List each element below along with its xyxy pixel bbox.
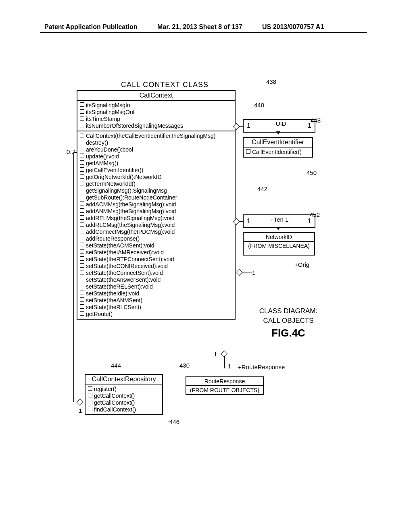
uml-member: getCallContext() (88, 399, 160, 406)
visibility-icon (80, 147, 84, 151)
mult: 1 (79, 407, 82, 414)
visibility-icon (80, 270, 84, 274)
member-text: update():void (86, 153, 119, 160)
uml-member: update():void (80, 153, 232, 160)
visibility-icon (80, 277, 84, 281)
member-text: setState(theCONIReceived):void (86, 263, 168, 269)
visibility-icon (80, 133, 84, 137)
visibility-icon (80, 229, 84, 233)
ref-430: 430 (179, 362, 190, 369)
ref-448: 448 (311, 117, 321, 124)
member-text: setState(theIdle):void (86, 290, 139, 297)
visibility-icon (88, 400, 92, 404)
visibility-icon (80, 263, 84, 268)
visibility-icon (80, 116, 84, 121)
attrs-section: itsSignalingMsgInitsSignalingMsgOutitsTi… (77, 101, 235, 131)
uml-member: getRoute() (80, 311, 232, 318)
diagram-title: CALL CONTEXT CLASS (121, 81, 209, 89)
mult: 1 (214, 351, 217, 357)
uml-member: addRLCMsg(theSignalingMsg):void (80, 222, 232, 229)
member-text: getRoute() (86, 311, 113, 317)
uml-member: getCallEventIdentifier() (80, 167, 232, 174)
uml-member: setState(theIAMReceived):void (80, 249, 232, 256)
uml-member: setState(theACMSent):void (80, 242, 232, 249)
ops-section: CallEventIdentifier() (244, 148, 312, 157)
visibility-icon (80, 249, 84, 254)
uml-member: itsTimeStamp (80, 116, 232, 123)
class-calleventidentifier: CallEventIdentifier CallEventIdentifier(… (243, 137, 313, 158)
uml-member: addConnectMsg(theIPDCMsg):void (80, 229, 232, 235)
class-callcontextrepository: CallContextRepository register()getCallC… (85, 374, 163, 415)
member-text: setState(theConnectSent):void (86, 270, 163, 276)
member-text: setState(theRTPConnectSent):void (86, 256, 174, 262)
ref-440: 440 (254, 102, 264, 108)
uml-member: setState(theCONIReceived):void (80, 263, 232, 270)
uml-diagram: CALL CONTEXT CLASS CallContext itsSignal… (69, 81, 339, 451)
diamond-icon (236, 269, 243, 276)
uml-member: CallEventIdentifier() (246, 149, 310, 156)
uml-member: setState(theRELSent):void (80, 283, 232, 290)
visibility-icon (80, 256, 84, 261)
uml-member: itsSignalingMsgOut (80, 109, 232, 116)
role-orig: +Orig (294, 261, 309, 268)
role-routeresponse: +RouteResponse (238, 364, 285, 370)
caption: CLASS DIAGRAM: CALL OBJECTS FIG.4C (252, 306, 325, 338)
class-networkid: NetworkID (FROM MISCELLANEA) (243, 232, 315, 256)
ref-444: 444 (111, 362, 121, 369)
member-text: addANMMsg(theSignalingMsg):void (86, 208, 176, 214)
uml-member: setState(theAnswerSent):void (80, 276, 232, 283)
uml-member: setState(theANMSent) (80, 297, 232, 304)
visibility-icon (80, 181, 84, 185)
member-text: getCallEventIdentifier() (86, 167, 143, 173)
mult: 1 (247, 122, 250, 129)
class-title: CallEventIdentifier (244, 138, 312, 148)
member-text: addRELMsg(theSignalingMsg):void (86, 215, 174, 221)
member-text: setState(theACMSent):void (86, 242, 154, 249)
mult-left: 0..* (67, 148, 76, 155)
class-sub: (FROM MISCELLANEA) (244, 242, 314, 250)
visibility-icon (80, 123, 84, 127)
visibility-icon (80, 188, 84, 192)
visibility-icon (80, 297, 84, 302)
ref-438: 438 (266, 78, 276, 85)
uml-member: getSubRoute():RouteNodeContainer (80, 194, 232, 201)
uml-member: setState(theRLCSent) (80, 304, 232, 311)
member-text: destroy() (86, 139, 108, 146)
ops-section: CallContext(theCallEventIdentifier,theSi… (77, 131, 235, 319)
member-text: setState(theRELSent):void (86, 283, 153, 290)
uml-member: getCallContext() (88, 393, 160, 399)
class-routeresponse: RouteResponse (FROM ROUTE OBJECTS) (186, 376, 264, 395)
header-mid: Mar. 21, 2013 Sheet 8 of 137 (157, 23, 242, 31)
mult: 1 (228, 363, 231, 370)
uml-member: destroy() (80, 139, 232, 146)
class-title: CallContext (77, 91, 235, 101)
member-text: CallEventIdentifier() (252, 149, 302, 155)
visibility-icon (80, 243, 84, 247)
mult: 1 (308, 218, 311, 225)
mult: 1 (247, 218, 250, 225)
uml-member: findCallContext() (88, 406, 160, 413)
member-text: getIAMMsg() (86, 160, 118, 166)
diamond-icon (77, 399, 83, 406)
caption-line1: CLASS DIAGRAM: (252, 306, 325, 316)
member-text: itsTimeStamp (86, 116, 120, 122)
visibility-icon (80, 284, 84, 288)
member-text: itsNumberOfStoredSignalingMessages (86, 123, 183, 129)
visibility-icon (80, 174, 84, 179)
member-text: findCallContext() (94, 406, 136, 413)
visibility-icon (80, 311, 84, 316)
class-title: RouteResponse (186, 377, 263, 386)
member-text: setState(theIAMReceived):void (86, 249, 164, 256)
uml-member: itsSignalingMsgIn (80, 102, 232, 109)
member-text: setState(theRLCSent) (86, 304, 141, 310)
member-text: setState(theANMSent) (86, 297, 142, 303)
visibility-icon (88, 407, 92, 411)
member-text: addACMMsg(theSignalingMsg):void (86, 201, 176, 208)
uml-member: addACMMsg(theSignalingMsg):void (80, 201, 232, 208)
visibility-icon (80, 167, 84, 172)
visibility-icon (80, 236, 84, 240)
visibility-icon (88, 386, 92, 391)
visibility-icon (80, 154, 84, 158)
visibility-icon (246, 149, 250, 154)
ops-section: register()getCallContext()getCallContext… (86, 384, 162, 414)
